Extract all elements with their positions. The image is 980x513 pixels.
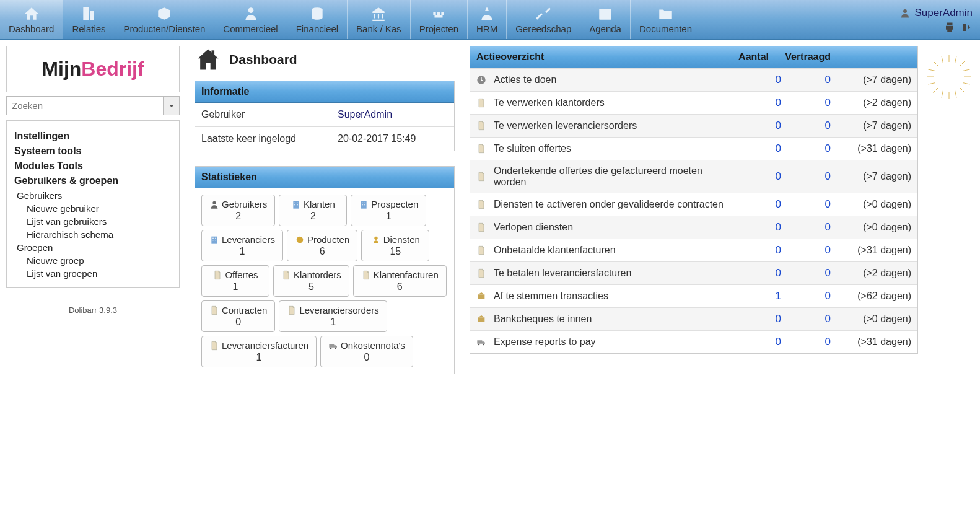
stat-leveranciersfacturen[interactable]: Leveranciersfacturen1 [201, 336, 317, 367]
stat-producten[interactable]: Producten6 [287, 230, 357, 261]
stat-offertes[interactable]: Offertes1 [201, 265, 269, 297]
doc-icon [212, 270, 222, 280]
action-aantal: 0 [732, 313, 781, 325]
action-row[interactable]: Verlopen diensten00(>0 dagen) [470, 216, 917, 239]
action-row[interactable]: Ondertekende offertes die gefactureerd m… [470, 160, 917, 193]
action-row[interactable]: Te verwerken leveranciersorders00(>7 dag… [470, 114, 917, 137]
nav-item-financieel[interactable]: Financieel [287, 0, 348, 39]
action-label: Ondertekende offertes die gefactureerd m… [494, 165, 732, 188]
search-input[interactable] [6, 96, 164, 115]
nav-item-projecten[interactable]: Projecten [411, 0, 468, 39]
nav-item-commercieel[interactable]: Commercieel [214, 0, 287, 39]
nav-item-agenda[interactable]: Agenda [580, 0, 631, 39]
action-row[interactable]: Diensten te activeren onder gevalideerde… [470, 193, 917, 216]
stat-klanten[interactable]: Klanten2 [279, 195, 347, 226]
menu-item-groepen[interactable]: Groepen [17, 242, 172, 253]
box-icon [155, 5, 173, 22]
calendar-icon [597, 5, 614, 22]
doc-icon [476, 98, 489, 108]
action-vertraagd: 0 [781, 74, 831, 86]
action-row[interactable]: Af te stemmen transacties10(>62 dagen) [470, 284, 917, 307]
stat-value: 2 [287, 211, 339, 222]
stat-label: Offertes [225, 270, 258, 280]
logout-icon[interactable] [961, 22, 973, 33]
info-row: Laatste keer ingelogd20-02-2017 15:49 [195, 126, 454, 151]
stat-value: 15 [369, 246, 421, 257]
action-aantal: 1 [732, 290, 781, 302]
menu-item-lijst-van-gebruikers[interactable]: Lijst van gebruikers [27, 216, 172, 227]
menu-item-hi-rarchisch-schema[interactable]: Hiërarchisch schema [27, 229, 172, 240]
stat-leveranciers[interactable]: Leveranciers1 [201, 230, 283, 261]
action-label: Te verwerken leveranciersorders [494, 120, 732, 131]
action-aantal: 0 [732, 170, 781, 183]
stat-diensten[interactable]: Diensten15 [361, 230, 429, 261]
action-row[interactable]: Expense reports to pay00(>31 dagen) [470, 330, 917, 353]
action-vertraagd: 0 [781, 336, 831, 348]
doc-icon [476, 144, 489, 154]
menu-item-nieuwe-gebruiker[interactable]: Nieuwe gebruiker [27, 203, 172, 214]
menu-item-lijst-van-groepen[interactable]: Lijst van groepen [27, 268, 172, 279]
action-row[interactable]: Te sluiten offertes00(>31 dagen) [470, 137, 917, 160]
action-delay: (>0 dagen) [831, 222, 911, 233]
action-aantal: 0 [732, 221, 781, 234]
action-row[interactable]: Bankcheques te innen00(>0 dagen) [470, 307, 917, 330]
nav-label: Financieel [296, 24, 338, 34]
version-text: Dolibarr 3.9.3 [6, 305, 180, 315]
doc-icon [476, 121, 489, 131]
action-vertraagd: 0 [781, 313, 831, 325]
stat-klantenfacturen[interactable]: Klantenfacturen6 [353, 265, 447, 297]
user-name: SuperAdmin [914, 7, 973, 19]
action-row[interactable]: Te verwerken klantorders00(>2 dagen) [470, 91, 917, 114]
menu-section-systeem-tools[interactable]: Systeem tools [14, 146, 172, 157]
action-vertraagd: 0 [781, 170, 831, 183]
menu-section-instellingen[interactable]: Instellingen [14, 131, 172, 142]
nav-item-gereedschap[interactable]: Gereedschap [507, 0, 580, 39]
building-icon [80, 5, 97, 22]
service-icon [371, 235, 381, 245]
clock-icon [476, 75, 489, 85]
stat-label: Prospecten [371, 199, 418, 209]
doc-icon [476, 268, 489, 278]
stat-contracten[interactable]: Contracten0 [201, 300, 275, 332]
bank2-icon [476, 291, 489, 301]
action-row[interactable]: Onbetaalde klantenfacturen00(>31 dagen) [470, 239, 917, 261]
action-label: Te verwerken klantorders [494, 97, 732, 108]
building2-icon [359, 200, 369, 209]
info-label: Gebruiker [195, 103, 331, 126]
stats-panel-title: Statistieken [195, 167, 454, 188]
menu-section-gebruikers-groepen[interactable]: Gebruikers & groepen [14, 175, 172, 186]
weather-widget [924, 52, 974, 102]
nav-item-dashboard[interactable]: Dashboard [0, 0, 63, 39]
menu-section-modules-tools[interactable]: Modules Tools [14, 160, 172, 172]
stat-onkostennota-s[interactable]: Onkostennota's0 [320, 336, 413, 367]
action-label: Te sluiten offertes [494, 143, 732, 154]
action-row[interactable]: Acties te doen00(>7 dagen) [470, 68, 917, 91]
nav-item-relaties[interactable]: Relaties [63, 0, 115, 39]
truck-icon [328, 341, 338, 351]
user-area: SuperAdmin [892, 0, 980, 39]
print-icon[interactable] [944, 22, 955, 33]
action-aantal: 0 [732, 198, 781, 211]
action-row[interactable]: Te betalen leveranciersfacturen00(>2 dag… [470, 261, 917, 284]
menu-item-nieuwe-groep[interactable]: Nieuwe groep [27, 255, 172, 266]
nav-item-producten-diensten[interactable]: Producten/Diensten [115, 0, 215, 39]
action-delay: (>7 dagen) [831, 74, 911, 86]
action-panel: Actieoverzicht Aantal Vertraagd Acties t… [470, 46, 918, 354]
search-dropdown-button[interactable] [164, 96, 180, 115]
stat-value: 1 [209, 246, 275, 257]
menu-item-gebruikers[interactable]: Gebruikers [17, 190, 172, 201]
nav-item-bank-kas[interactable]: Bank / Kas [348, 0, 411, 39]
stat-gebruikers[interactable]: Gebruikers2 [201, 195, 275, 226]
stat-prospecten[interactable]: Prospecten1 [351, 195, 426, 226]
stat-value: 1 [359, 211, 418, 222]
action-vertraagd: 0 [781, 244, 831, 256]
stat-leveranciersorders[interactable]: Leveranciersorders1 [279, 300, 387, 332]
nav-item-documenten[interactable]: Documenten [631, 0, 701, 39]
nav-item-hrm[interactable]: HRM [468, 0, 507, 39]
info-value[interactable]: SuperAdmin [331, 103, 454, 126]
user-link[interactable]: SuperAdmin [899, 7, 973, 19]
stat-label: Leveranciersfacturen [222, 340, 308, 351]
action-panel-header: Actieoverzicht Aantal Vertraagd [470, 46, 917, 68]
stat-klantorders[interactable]: Klantorders5 [273, 265, 349, 297]
stat-label: Klanten [304, 199, 335, 209]
